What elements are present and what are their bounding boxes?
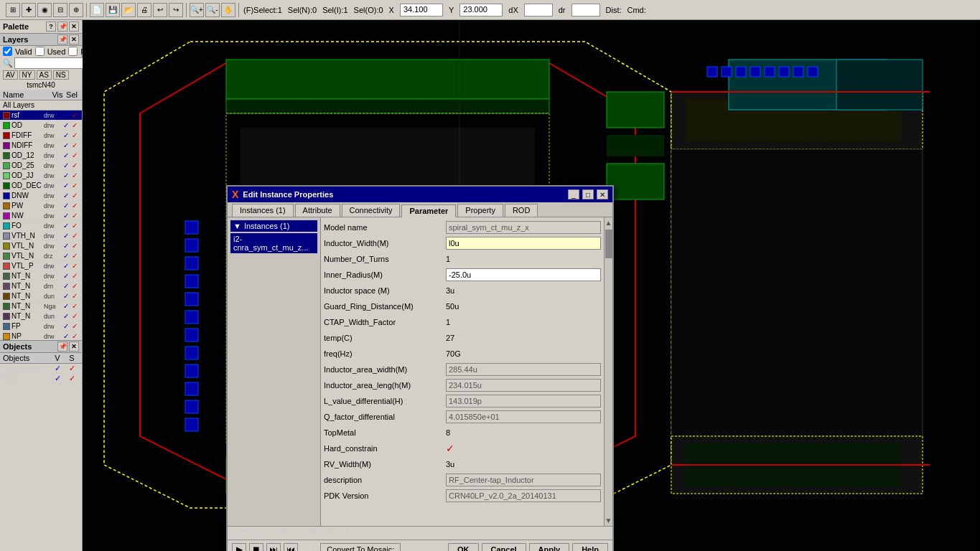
toolbar-redo-btn[interactable]: ↪ [169, 3, 183, 17]
layer-sel-check[interactable]: ✓ [70, 202, 79, 209]
layer-sel-check[interactable]: ✓ [70, 322, 79, 330]
layer-row[interactable]: OD_12 drw ✓ ✓ [0, 151, 82, 161]
layer-sel-check[interactable]: ✓ [70, 151, 79, 159]
palette-help-icon[interactable]: ? [46, 22, 56, 32]
prop-input-highlight[interactable] [446, 237, 601, 250]
layer-vis-check[interactable]: ✓ [62, 312, 70, 320]
minus-icon[interactable]: - [73, 101, 75, 109]
apply-btn[interactable]: Apply [529, 543, 570, 551]
layer-vis-check[interactable]: ✓ [62, 151, 70, 159]
used-checkbox[interactable] [35, 47, 45, 56]
layer-row[interactable]: NT_N dun ✓ ✓ [0, 291, 82, 301]
layer-vis-check[interactable]: ✓ [62, 182, 70, 189]
palette-pin-icon[interactable]: 📌 [57, 22, 67, 32]
canvas-area[interactable]: X Edit Instance Properties _ □ ✕ Instanc… [83, 20, 980, 551]
layer-sel-check[interactable]: ✓ [70, 262, 79, 270]
layer-row[interactable]: PW drw ✓ ✓ [0, 201, 82, 211]
layer-vis-check[interactable]: ✓ [62, 272, 70, 280]
objects-pin-icon[interactable]: 📌 [57, 342, 67, 352]
nav-forward-btn[interactable]: ⏭ [266, 543, 281, 551]
valid-checkbox[interactable] [3, 47, 12, 56]
layer-row[interactable]: rsf drw ✓ ✓ [0, 110, 82, 121]
layer-vis-check[interactable]: ✓ [62, 222, 70, 230]
toolbar-btn-4[interactable]: ⊟ [53, 3, 67, 17]
toolbar-undo-btn[interactable]: ↩ [153, 3, 167, 17]
object-row[interactable]: Pins ✓ ✓ [0, 374, 82, 384]
obj-vis[interactable]: ✓ [50, 364, 65, 373]
layer-vis-check[interactable]: ✓ [62, 161, 70, 169]
layer-sel-check[interactable]: ✓ [70, 312, 79, 320]
layer-sel-check[interactable]: ✓ [70, 222, 79, 230]
prop-input[interactable] [446, 268, 601, 281]
dialog-scrollbar[interactable]: ▲ ▼ [604, 217, 612, 526]
nav-stop-btn[interactable]: ⏹ [249, 543, 263, 551]
dialog-minimize-btn[interactable]: _ [568, 189, 579, 199]
obj-sel[interactable]: ✓ [65, 364, 79, 373]
toolbar-save-btn[interactable]: 💾 [106, 3, 120, 17]
layer-sel-check[interactable]: ✓ [70, 121, 79, 129]
routing-checkbox[interactable] [68, 47, 78, 56]
layer-row[interactable]: NDIFF drw ✓ ✓ [0, 141, 82, 151]
obj-sel[interactable]: ✓ [65, 374, 79, 383]
layer-sel-check[interactable]: ✓ [70, 332, 79, 340]
layer-sel-check[interactable]: ✓ [70, 252, 79, 260]
sidebar-instances-header[interactable]: ▼ Instances (1) [230, 220, 317, 232]
obj-vis[interactable]: ✓ [50, 374, 65, 383]
filter-ns[interactable]: NS [53, 70, 69, 80]
layer-sel-check[interactable]: ✓ [70, 242, 79, 250]
layer-sel-check[interactable]: ✓ [70, 141, 79, 149]
scroll-down-btn[interactable]: ▼ [604, 515, 614, 526]
layer-row[interactable]: NT_N dun ✓ ✓ [0, 311, 82, 321]
layer-row[interactable]: NT_N drn ✓ ✓ [0, 281, 82, 291]
dialog-properties[interactable]: Model name Inductor_Width(M) Number_Of_T… [321, 217, 604, 526]
convert-btn[interactable]: Convert To Mosaic: [320, 543, 401, 551]
tab-property[interactable]: Property [457, 204, 503, 217]
objects-close-icon[interactable]: ✕ [69, 342, 79, 352]
layer-vis-check[interactable]: ✓ [62, 202, 70, 209]
toolbar-print-btn[interactable]: 🖨 [137, 3, 151, 17]
layer-sel-check[interactable]: ✓ [70, 272, 79, 280]
layer-row[interactable]: VTH_N drw ✓ ✓ [0, 231, 82, 241]
layer-sel-check[interactable]: ✓ [70, 282, 79, 290]
palette-close-icon[interactable]: ✕ [69, 22, 79, 32]
layer-sel-check[interactable]: ✓ [70, 161, 79, 169]
layer-vis-check[interactable]: ✓ [62, 242, 70, 250]
layer-sel-check[interactable]: ✓ [70, 182, 79, 189]
layer-vis-check[interactable]: ✓ [62, 141, 70, 149]
scroll-thumb[interactable] [605, 230, 612, 258]
sidebar-instance-item-1[interactable]: i2-cnra_sym_ct_mu_z... [230, 233, 317, 253]
layer-row[interactable]: OD drw ✓ ✓ [0, 121, 82, 131]
layer-row[interactable]: VTL_N drw ✓ ✓ [0, 241, 82, 251]
layer-sel-check[interactable]: ✓ [70, 131, 79, 139]
layer-vis-check[interactable]: ✓ [62, 232, 70, 240]
object-row[interactable]: Instances ✓ ✓ [0, 364, 82, 374]
edit-instance-dialog[interactable]: X Edit Instance Properties _ □ ✕ Instanc… [226, 185, 614, 551]
ok-btn[interactable]: OK [448, 543, 479, 551]
layer-vis-check[interactable]: ✓ [62, 292, 70, 300]
toolbar-file-btn[interactable]: 📄 [90, 3, 104, 17]
toolbar-pan[interactable]: ✋ [221, 3, 235, 17]
nav-backward-btn[interactable]: ⏮ [284, 543, 298, 551]
layers-close-icon[interactable]: ✕ [69, 34, 79, 44]
layer-vis-check[interactable]: ✓ [62, 121, 70, 129]
layer-row[interactable]: OD_25 drw ✓ ✓ [0, 161, 82, 171]
filter-av[interactable]: AV [3, 70, 18, 80]
help-btn[interactable]: Help [572, 543, 608, 551]
layer-row[interactable]: NT_N drw ✓ ✓ [0, 271, 82, 281]
layer-row[interactable]: FDIFF drw ✓ ✓ [0, 131, 82, 141]
tab-attribute[interactable]: Attribute [295, 204, 340, 217]
nav-play-btn[interactable]: ▶ [232, 543, 246, 551]
layer-vis-check[interactable]: ✓ [62, 111, 70, 119]
toolbar-zoom-out[interactable]: 🔍- [205, 3, 220, 17]
layer-sel-check[interactable]: ✓ [70, 302, 79, 310]
layer-sel-check[interactable]: ✓ [70, 292, 79, 300]
filter-as[interactable]: AS [37, 70, 52, 80]
tab-instances[interactable]: Instances (1) [232, 204, 294, 217]
layer-row[interactable]: DNW drw ✓ ✓ [0, 191, 82, 201]
tab-rod[interactable]: ROD [505, 204, 538, 217]
layer-row[interactable]: VTL_N drz ✓ ✓ [0, 251, 82, 261]
layer-sel-check[interactable]: ✓ [70, 212, 79, 220]
toolbar-zoom-in[interactable]: 🔍+ [190, 3, 204, 17]
toolbar-open-btn[interactable]: 📂 [121, 3, 136, 17]
layer-vis-check[interactable]: ✓ [62, 192, 70, 199]
